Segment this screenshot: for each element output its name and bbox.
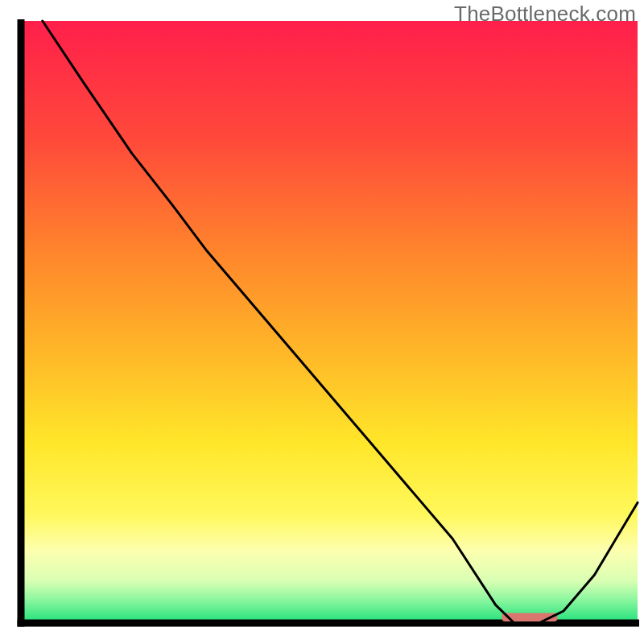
chart-background — [21, 21, 638, 623]
watermark-text: TheBottleneck.com — [454, 2, 636, 27]
chart-container: TheBottleneck.com — [0, 0, 644, 644]
chart-svg — [0, 0, 644, 644]
